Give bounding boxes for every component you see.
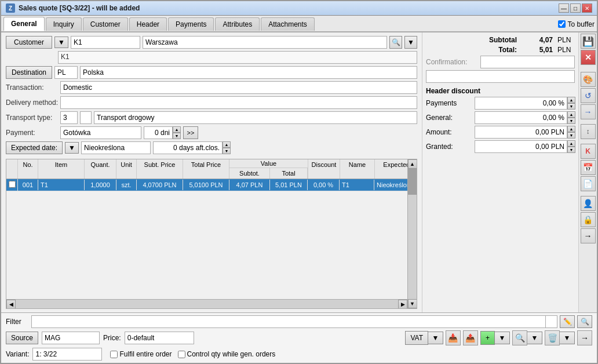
source-select[interactable]: MAG bbox=[42, 332, 100, 344]
add-dropdown-btn[interactable]: ▼ bbox=[495, 332, 510, 344]
general-discount-input[interactable] bbox=[475, 111, 567, 124]
table-main: No. Item Quant. Unit Subt. Price Total P… bbox=[6, 159, 407, 308]
customer-city-input[interactable] bbox=[143, 36, 387, 49]
scroll-right-btn[interactable]: ▶ bbox=[398, 300, 407, 309]
destination-country-name[interactable] bbox=[80, 66, 417, 79]
tab-attributes[interactable]: Attributes bbox=[215, 17, 260, 31]
delete-dropdown-btn[interactable]: ▼ bbox=[560, 332, 575, 344]
source-button[interactable]: Source bbox=[6, 332, 38, 344]
scroll-track-h[interactable] bbox=[16, 300, 398, 308]
row-check[interactable] bbox=[6, 179, 18, 191]
calendar-btn[interactable]: 📅 bbox=[581, 160, 596, 175]
doc-btn[interactable]: 📄 bbox=[581, 176, 596, 191]
doc-in-btn[interactable]: 📥 bbox=[446, 330, 461, 345]
control-qty-checkbox[interactable] bbox=[178, 351, 185, 358]
transport-type-number[interactable] bbox=[60, 111, 78, 124]
horizontal-scrollbar[interactable]: ◀ ▶ bbox=[6, 299, 407, 308]
add-btn[interactable]: + bbox=[480, 331, 495, 345]
table-row[interactable]: 001 T1 1,0000 szt. 4,0700 PLN 5,0100 PLN… bbox=[6, 179, 407, 191]
minimize-button[interactable]: — bbox=[559, 3, 569, 13]
save-sidebar-btn[interactable]: 💾 bbox=[581, 34, 596, 49]
filter-dropdown[interactable] bbox=[546, 315, 557, 328]
days-after-up[interactable]: ▲ bbox=[223, 141, 231, 148]
general-discount-up[interactable]: ▲ bbox=[567, 111, 575, 118]
doc-out-btn[interactable]: 📤 bbox=[463, 330, 478, 345]
payments-discount-input[interactable] bbox=[475, 97, 567, 110]
expected-date-button[interactable]: Expected date: bbox=[6, 141, 63, 154]
granted-discount-input[interactable] bbox=[475, 140, 567, 153]
tab-attachments[interactable]: Attachments bbox=[261, 17, 315, 31]
person-btn[interactable]: 👤 bbox=[581, 196, 596, 211]
amount-discount-up[interactable]: ▲ bbox=[567, 126, 575, 132]
expected-date-dropdown-btn[interactable]: ▼ bbox=[65, 142, 79, 154]
customer-extra-btn[interactable]: ▼ bbox=[404, 36, 417, 49]
transaction-select[interactable]: Domestic bbox=[60, 81, 417, 94]
arrow2-btn[interactable]: → bbox=[581, 228, 596, 243]
arrow-sidebar-btn[interactable]: → bbox=[581, 104, 596, 119]
transport-type-desc[interactable] bbox=[94, 111, 417, 124]
confirmation-text-input[interactable] bbox=[426, 70, 575, 83]
filter-input[interactable] bbox=[31, 315, 546, 328]
customer-search-btn[interactable]: 🔍 bbox=[389, 36, 402, 49]
granted-discount-up[interactable]: ▲ bbox=[567, 140, 575, 147]
scroll-track-v[interactable] bbox=[408, 169, 417, 299]
k-btn[interactable]: K bbox=[581, 144, 596, 159]
amount-discount-input[interactable] bbox=[475, 126, 567, 139]
to-buffer-checkbox[interactable] bbox=[558, 20, 566, 28]
scroll-down-btn[interactable]: ▼ bbox=[408, 299, 417, 308]
delete-btn[interactable]: 🗑️ bbox=[545, 330, 560, 345]
payments-discount-wrapper: ▲ ▼ bbox=[475, 97, 575, 110]
variant-select[interactable]: 1: 3/22 bbox=[32, 348, 102, 361]
vertical-scrollbar[interactable]: ▲ ▼ bbox=[407, 159, 417, 308]
fulfil-order-label: Fulfil entire order bbox=[110, 350, 172, 358]
days-after-input[interactable] bbox=[153, 141, 223, 154]
row-expected: Nieokreślona bbox=[374, 180, 407, 190]
extra-btn[interactable]: → bbox=[577, 330, 592, 345]
expand-btn[interactable]: ↕ bbox=[581, 124, 596, 139]
search-btn[interactable]: 🔍 bbox=[512, 330, 527, 345]
customer-code-input[interactable] bbox=[71, 36, 140, 49]
amount-discount-down[interactable]: ▼ bbox=[567, 132, 575, 139]
customer-dropdown-btn[interactable]: ▼ bbox=[54, 37, 68, 48]
payment-days-input[interactable] bbox=[144, 126, 173, 139]
payment-days-up[interactable]: ▲ bbox=[173, 126, 181, 133]
close-button[interactable]: ✕ bbox=[582, 3, 592, 13]
filter-label: Filter bbox=[6, 318, 29, 326]
transport-type-dropdown[interactable] bbox=[80, 111, 92, 124]
vat-dropdown-btn[interactable]: ▼ bbox=[428, 332, 443, 344]
price-select[interactable]: 0-default bbox=[125, 332, 194, 344]
fulfil-order-checkbox[interactable] bbox=[110, 351, 118, 358]
general-discount-down[interactable]: ▼ bbox=[567, 118, 575, 124]
vat-btn[interactable]: VAT bbox=[405, 331, 428, 345]
expected-date-input[interactable] bbox=[81, 141, 151, 154]
tab-inquiry[interactable]: Inquiry bbox=[46, 17, 82, 31]
delivery-method-select[interactable] bbox=[60, 96, 417, 109]
filter-search-btn[interactable]: 🔍 bbox=[577, 315, 592, 328]
tab-payments[interactable]: Payments bbox=[168, 17, 214, 31]
payment-method-select[interactable]: Gotówka bbox=[60, 126, 141, 139]
tab-header[interactable]: Header bbox=[129, 17, 167, 31]
tab-general[interactable]: General bbox=[3, 17, 45, 31]
granted-discount-down[interactable]: ▼ bbox=[567, 147, 575, 153]
restore-button[interactable]: □ bbox=[570, 3, 581, 13]
payments-discount-down[interactable]: ▼ bbox=[567, 103, 575, 110]
lock-btn[interactable]: 🔒 bbox=[581, 212, 596, 227]
payments-discount-up[interactable]: ▲ bbox=[567, 97, 575, 103]
days-after-down[interactable]: ▼ bbox=[223, 148, 231, 154]
col-header-expected: Expected date bbox=[375, 159, 407, 179]
payment-days-down[interactable]: ▼ bbox=[173, 133, 181, 139]
confirmation-select[interactable] bbox=[480, 56, 575, 68]
scroll-left-btn[interactable]: ◀ bbox=[6, 300, 16, 309]
tab-customer[interactable]: Customer bbox=[83, 17, 128, 31]
search-dropdown-btn[interactable]: ▼ bbox=[527, 332, 542, 344]
color-btn-1[interactable]: 🎨 bbox=[581, 72, 596, 87]
refresh-btn[interactable]: ↺ bbox=[581, 88, 596, 103]
cancel-sidebar-btn[interactable]: ✕ bbox=[581, 50, 596, 65]
destination-country-code[interactable] bbox=[54, 66, 78, 79]
scroll-up-btn[interactable]: ▲ bbox=[408, 159, 417, 169]
customer-button[interactable]: Customer bbox=[6, 36, 52, 49]
destination-button[interactable]: Destination bbox=[6, 66, 52, 79]
payment-arrow-btn[interactable]: >> bbox=[183, 126, 198, 139]
transport-type-row: Transport type: bbox=[6, 111, 417, 124]
filter-pencil-btn[interactable]: ✏️ bbox=[560, 315, 575, 328]
